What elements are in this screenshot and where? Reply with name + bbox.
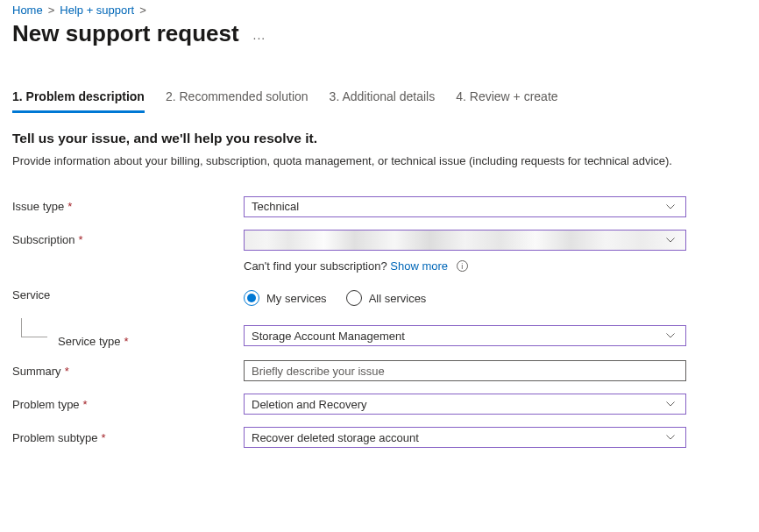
- chevron-down-icon: [663, 428, 678, 447]
- service-type-value: Storage Account Management: [252, 330, 405, 343]
- subscription-select[interactable]: [244, 230, 686, 251]
- subscription-hint-text: Can't find your subscription?: [244, 259, 390, 273]
- required-icon: *: [67, 200, 72, 213]
- label-service: Service: [12, 288, 244, 301]
- tree-line-icon: [21, 318, 47, 337]
- label-service-type: Service type*: [58, 335, 129, 348]
- label-service-type-wrap: Service type*: [12, 323, 244, 348]
- required-icon: *: [65, 365, 69, 378]
- chevron-down-icon: [663, 231, 678, 250]
- label-issue-type: Issue type*: [12, 200, 244, 213]
- tab-review-create[interactable]: 4. Review + create: [456, 89, 557, 113]
- required-icon: *: [124, 335, 129, 348]
- radio-dot-icon: [247, 294, 256, 302]
- label-summary: Summary*: [12, 365, 244, 378]
- tab-additional-details[interactable]: 3. Additional details: [330, 89, 436, 113]
- label-text: Service type: [58, 335, 121, 348]
- step-tabs: 1. Problem description 2. Recommended so…: [12, 89, 747, 113]
- required-icon: *: [102, 431, 106, 444]
- radio-circle-icon: [244, 290, 259, 306]
- label-problem-subtype: Problem subtype*: [12, 431, 244, 444]
- radio-label: All services: [369, 292, 427, 305]
- more-actions-icon[interactable]: ...: [253, 28, 266, 42]
- tab-problem-description[interactable]: 1. Problem description: [12, 89, 145, 113]
- chevron-down-icon: [663, 197, 678, 216]
- radio-label: My services: [266, 292, 327, 305]
- tab-recommended-solution[interactable]: 2. Recommended solution: [166, 89, 309, 113]
- problem-type-select[interactable]: Deletion and Recovery: [244, 394, 686, 415]
- page-title: New support request: [12, 20, 239, 47]
- indent-tree: Service type*: [12, 329, 129, 348]
- label-text: Problem subtype: [12, 431, 98, 444]
- chevron-down-icon: [663, 326, 678, 345]
- row-problem-type: Problem type* Deletion and Recovery: [12, 394, 747, 415]
- problem-type-value: Deletion and Recovery: [252, 398, 367, 411]
- required-icon: *: [83, 398, 88, 411]
- breadcrumb-home[interactable]: Home: [12, 4, 43, 17]
- label-text: Problem type: [12, 398, 80, 411]
- required-icon: *: [79, 233, 83, 246]
- label-text: Service: [12, 288, 50, 301]
- issue-type-value: Technical: [252, 200, 299, 213]
- section-heading: Tell us your issue, and we'll help you r…: [12, 131, 747, 146]
- problem-subtype-select[interactable]: Recover deleted storage account: [244, 427, 686, 448]
- show-more-link[interactable]: Show more: [390, 259, 448, 273]
- radio-my-services[interactable]: My services: [244, 290, 327, 306]
- radio-circle-icon: [346, 290, 362, 306]
- chevron-down-icon: [663, 394, 678, 414]
- label-subscription: Subscription*: [12, 233, 244, 246]
- breadcrumb-sep-icon: >: [48, 4, 55, 17]
- row-service-type: Service type* Storage Account Management: [12, 323, 747, 348]
- subscription-hint-row: Can't find your subscription? Show more …: [12, 259, 747, 273]
- row-issue-type: Issue type* Technical: [12, 196, 747, 217]
- row-summary: Summary*: [12, 360, 747, 381]
- row-service-scope: Service My services All services: [12, 288, 747, 322]
- problem-subtype-value: Recover deleted storage account: [252, 431, 419, 444]
- service-scope-radio-group: My services All services: [244, 290, 686, 306]
- breadcrumb-sep-icon: >: [139, 4, 146, 17]
- radio-all-services[interactable]: All services: [346, 290, 427, 306]
- label-text: Subscription: [12, 233, 75, 246]
- info-icon[interactable]: i: [457, 260, 468, 272]
- row-problem-subtype: Problem subtype* Recover deleted storage…: [12, 427, 747, 448]
- support-request-form: Issue type* Technical Subscription*: [12, 196, 747, 449]
- label-text: Issue type: [12, 200, 64, 213]
- breadcrumb-help-support[interactable]: Help + support: [60, 4, 134, 17]
- service-type-select[interactable]: Storage Account Management: [244, 325, 686, 346]
- label-text: Summary: [12, 365, 61, 378]
- label-problem-type: Problem type*: [12, 398, 244, 411]
- section-description: Provide information about your billing, …: [12, 153, 696, 170]
- summary-input[interactable]: [244, 360, 686, 381]
- row-subscription: Subscription*: [12, 230, 747, 251]
- breadcrumb: Home > Help + support >: [12, 4, 747, 17]
- issue-type-select[interactable]: Technical: [244, 196, 686, 217]
- title-row: New support request ...: [12, 20, 747, 49]
